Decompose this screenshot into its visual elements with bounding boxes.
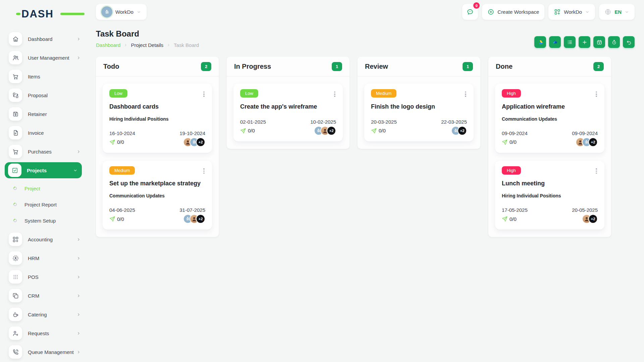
breadcrumb-dashboard[interactable]: Dashboard <box>96 42 120 48</box>
extra-assignees-badge[interactable]: +2 <box>588 214 598 224</box>
sidebar-item-queue-management[interactable]: Queue Management <box>0 343 87 361</box>
messages-button[interactable]: 0 <box>462 4 478 20</box>
card-top: Low <box>240 89 336 99</box>
column-cards: High Application wireframe Communication… <box>488 76 611 237</box>
task-card[interactable]: High Application wireframe Communication… <box>495 84 604 153</box>
sidebar-subitem-system-setup[interactable]: System Setup <box>0 213 87 229</box>
sidebar-item-catering[interactable]: Catering <box>0 305 87 324</box>
extra-assignees-badge[interactable]: +2 <box>196 214 205 224</box>
extra-assignees-badge[interactable]: +2 <box>327 126 336 135</box>
cart-icon <box>12 73 19 80</box>
column-cards: Medium Finish the logo design 20-03-2025… <box>358 76 480 149</box>
sidebar-subitem-project-report[interactable]: Project Report <box>0 196 87 213</box>
assignee-avatars[interactable]: +2 <box>183 137 205 147</box>
assignee-avatars[interactable]: +2 <box>183 214 205 224</box>
assignee-avatars[interactable]: +2 <box>582 214 598 224</box>
breadcrumb-project-details[interactable]: Project Details <box>131 42 163 48</box>
task-end-date: 09-09-2024 <box>572 130 598 136</box>
toolbar-list-button[interactable] <box>564 36 576 48</box>
sidebar-icon-box <box>9 126 22 139</box>
sidebar-item-purchases[interactable]: Purchases <box>0 142 87 161</box>
card-footer: 0/0 +2 <box>240 126 336 135</box>
chevron-right-icon <box>76 256 81 261</box>
user-plus-icon <box>12 330 19 337</box>
task-milestone: Communication Updates <box>109 193 205 198</box>
assignee-avatars[interactable]: +2 <box>314 126 336 135</box>
extra-assignees-badge[interactable]: +2 <box>588 137 598 147</box>
card-menu-button[interactable] <box>203 89 205 99</box>
user-scan-icon <box>12 255 19 262</box>
extra-assignees-badge[interactable]: +2 <box>196 137 205 147</box>
card-menu-button[interactable] <box>595 89 598 99</box>
list-icon <box>567 39 573 45</box>
assignee-avatars[interactable]: +2 <box>576 137 598 147</box>
card-menu-button[interactable] <box>464 89 467 99</box>
card-menu-button[interactable] <box>203 166 205 176</box>
toolbar-onedrive-button[interactable] <box>549 36 561 48</box>
chevron-right-icon <box>123 43 128 47</box>
task-card[interactable]: Low Dashboard cards Hiring Individual Po… <box>103 84 212 153</box>
sidebar-item-projects[interactable]: Projects <box>5 162 82 178</box>
task-end-date: 31-07-2025 <box>179 207 205 213</box>
assignee-avatars[interactable]: +2 <box>451 126 467 135</box>
task-progress: 0/0 <box>502 216 517 222</box>
sidebar-icon-box <box>9 145 22 158</box>
sidebar-item-label: Dashboard <box>28 36 76 42</box>
sidebar-item-proposal[interactable]: Proposal <box>0 86 87 105</box>
workspace-switcher[interactable]: WorkDo <box>96 4 147 20</box>
task-title: Lunch meeting <box>502 180 598 187</box>
card-menu-button[interactable] <box>333 89 336 99</box>
task-progress: 0/0 <box>502 139 517 145</box>
copy-icon <box>12 292 19 299</box>
board-column-todo: Todo 2 Low Dashboard cards Hiring Indivi… <box>96 57 219 237</box>
toolbar-stopwatch-button[interactable] <box>608 36 620 48</box>
task-card[interactable]: High Lunch meeting Hiring Individual Pos… <box>495 161 604 230</box>
google-drive-icon <box>537 39 543 45</box>
sidebar-item-accounting[interactable]: Accounting <box>0 230 87 249</box>
sidebar-item-label: Catering <box>28 312 76 317</box>
column-title: Todo <box>103 63 119 70</box>
language-selector[interactable]: EN <box>599 4 635 20</box>
sidebar-item-retainer[interactable]: Retainer <box>0 105 87 123</box>
workspace-menu-label: WorkDo <box>564 9 582 15</box>
sidebar-item-items[interactable]: Items <box>0 67 87 86</box>
task-card[interactable]: Low Create the app's wireframe 02-01-202… <box>233 84 343 141</box>
sidebar-item-invoice[interactable]: Invoice <box>0 123 87 142</box>
stopwatch-icon <box>611 39 617 45</box>
task-dates: 17-05-2025 20-05-2025 <box>502 207 598 213</box>
sidebar-item-label: Items <box>28 74 81 79</box>
card-menu-button[interactable] <box>595 166 598 176</box>
sidebar-subitem-project[interactable]: Project <box>0 180 87 196</box>
toolbar-undo-button[interactable] <box>623 36 635 48</box>
sidebar-item-dashboard[interactable]: Dashboard <box>0 29 87 48</box>
sidebar-icon-box <box>9 289 22 302</box>
sidebar-item-hrm[interactable]: HRM <box>0 249 87 267</box>
sidebar-icon-box <box>9 345 22 359</box>
onedrive-icon <box>552 39 558 45</box>
sidebar-item-label: Invoice <box>28 130 81 136</box>
toolbar-google-drive-button[interactable] <box>534 36 546 48</box>
workspace-switcher-label: WorkDo <box>115 9 133 15</box>
sidebar-item-crm[interactable]: CRM <box>0 286 87 305</box>
toolbar-plus-button[interactable] <box>579 36 590 48</box>
send-icon <box>109 139 115 145</box>
create-workspace-button[interactable]: Create Workspace <box>482 4 544 20</box>
task-card[interactable]: Medium Finish the logo design 20-03-2025… <box>364 84 474 141</box>
task-progress-count: 0/0 <box>379 128 386 133</box>
sidebar-icon-box <box>9 88 22 102</box>
coffee-icon <box>12 311 19 318</box>
extra-assignees-badge[interactable]: +2 <box>458 126 467 135</box>
board-column-in-progress: In Progress 1 Low Create the app's wiref… <box>227 57 350 149</box>
task-card[interactable]: Medium Set up the marketplace strategy C… <box>103 161 212 230</box>
chat-bubble-icon <box>466 8 474 16</box>
sidebar-item-user-management[interactable]: User Management <box>0 48 87 67</box>
sidebar-item-requests[interactable]: Requests <box>0 324 87 343</box>
sidebar-item-label: HRM <box>28 255 76 261</box>
toolbar-calendar-button[interactable] <box>593 36 605 48</box>
task-progress-count: 0/0 <box>117 216 124 222</box>
sidebar-item-label: Queue Management <box>28 349 76 355</box>
home-icon <box>12 36 19 43</box>
sidebar-item-pos[interactable]: POS <box>0 267 87 286</box>
brand-logo[interactable]: DASH <box>21 8 72 20</box>
workspace-menu[interactable]: WorkDo <box>548 4 595 20</box>
